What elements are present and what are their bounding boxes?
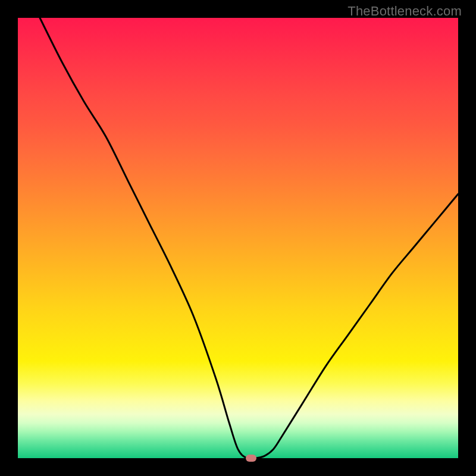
bottleneck-curve (18, 18, 458, 458)
plot-area (18, 18, 458, 458)
chart-frame: TheBottleneck.com (0, 0, 476, 476)
minimum-marker (246, 455, 256, 462)
watermark-text: TheBottleneck.com (347, 4, 462, 19)
